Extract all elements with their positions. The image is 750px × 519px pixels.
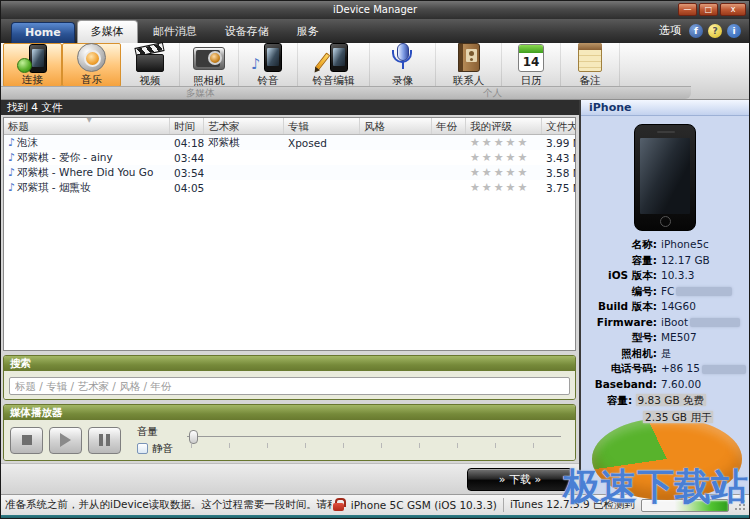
calendar-icon: 14 [513, 43, 549, 74]
stop-icon [22, 435, 32, 445]
media-player-section: 媒体播放器 音量 静音 [3, 404, 576, 461]
column-header-year[interactable]: 年份 [432, 118, 466, 134]
app-window: iDevice Manager — □ x Home 多媒体 邮件消息 设备存储… [0, 0, 750, 519]
mute-checkbox[interactable] [137, 443, 148, 454]
media-player-title: 媒体播放器 [4, 405, 575, 420]
music-note-icon: ♪ [8, 166, 15, 179]
status-device: iPhone 5C GSM (iOS 10.3.3) [351, 499, 497, 511]
lock-icon [332, 498, 345, 512]
video-button[interactable]: 视频 [121, 43, 180, 87]
tab-multimedia[interactable]: 多媒体 [77, 20, 138, 43]
music-icon [74, 42, 110, 73]
close-button[interactable]: x [720, 3, 746, 16]
connect-button[interactable]: 连接 [3, 43, 62, 87]
ringtone-edit-button[interactable]: 铃音编辑 [298, 43, 370, 87]
footer-strip: » 下载 » [1, 463, 579, 494]
play-icon [60, 433, 71, 447]
connect-icon [15, 44, 51, 73]
column-header-genre[interactable]: 风格 [360, 118, 432, 134]
group-label-media: 多媒体 [186, 86, 215, 99]
redacted-serial [676, 287, 732, 296]
rating-stars[interactable]: ★★★★★ [466, 166, 542, 179]
play-button[interactable] [49, 427, 82, 454]
redacted-firmware [690, 318, 740, 327]
contacts-icon [451, 43, 487, 74]
download-button[interactable]: » 下载 » [467, 468, 573, 491]
table-row[interactable]: ♪泡沫 04:18 邓紫棋 Xposed ★★★★★ 3.99 MB [4, 135, 575, 150]
content-left-column: 找到 4 文件 ▼ 标题 时间 艺术家 专辑 风格 年份 我的评级 文件大小 [1, 100, 579, 494]
capacity-label: 容量: [607, 394, 632, 406]
status-divider [503, 498, 504, 512]
tab-services[interactable]: 服务 [284, 21, 332, 43]
search-section: 搜索 [3, 355, 576, 400]
rating-stars[interactable]: ★★★★★ [466, 136, 542, 149]
rating-stars[interactable]: ★★★★★ [466, 181, 542, 194]
column-header-title[interactable]: ▼ 标题 [4, 118, 170, 134]
music-note-icon: ♪ [8, 181, 15, 194]
slider-ticks [191, 443, 557, 448]
music-file-table: ▼ 标题 时间 艺术家 专辑 风格 年份 我的评级 文件大小 ♪泡沫 04:18… [3, 117, 576, 351]
video-icon [132, 43, 168, 74]
help-icon[interactable]: ? [708, 24, 722, 38]
maximize-button[interactable]: □ [699, 3, 718, 16]
column-header-album[interactable]: 专辑 [284, 118, 360, 134]
calendar-button[interactable]: 14 日历 [502, 43, 561, 87]
group-label-personal: 个人 [483, 86, 502, 99]
window-bottom-edge [1, 515, 749, 519]
rating-stars[interactable]: ★★★★★ [466, 151, 542, 164]
tab-home[interactable]: Home [11, 22, 75, 43]
volume-slider[interactable] [187, 427, 561, 453]
notes-icon [572, 43, 608, 74]
device-details: 名称:iPhone5c 容量:12.17 GB iOS 版本:10.3.3 编号… [581, 237, 749, 392]
camera-button[interactable]: 照相机 [180, 43, 239, 87]
table-empty-area [4, 195, 575, 350]
pause-button[interactable] [88, 427, 121, 454]
slider-thumb[interactable] [189, 430, 198, 444]
status-message: 准备系统之前，并从的iDevice读取数据。这个过程需要一段时间。请稍候... [5, 498, 332, 512]
search-input[interactable] [9, 377, 570, 395]
volume-label: 音量 [137, 425, 173, 439]
music-note-icon: ♪ [8, 136, 15, 149]
sort-icon: ▼ [87, 118, 92, 124]
ribbon-group-strip: 多媒体 个人 [1, 86, 691, 99]
device-panel: iPhone 名称:iPhone5c 容量:12.17 GB iOS 版本:10… [579, 100, 749, 494]
table-row[interactable]: ♪邓紫琪 - 烟熏妆 04:05 ★★★★★ 3.75 MB [4, 180, 575, 195]
camera-icon [191, 43, 227, 74]
music-button[interactable]: 音乐 [62, 43, 121, 87]
pause-icon [99, 434, 110, 446]
device-panel-title: iPhone [581, 100, 749, 116]
table-row[interactable]: ♪邓紫棋 - 爱你 - ainy 03:44 ★★★★★ 3.43 MB [4, 150, 575, 165]
table-row[interactable]: ♪邓紫棋 - Where Did You Go 03:54 ★★★★★ 3.58… [4, 165, 575, 180]
column-header-size[interactable]: 文件大小 [542, 118, 575, 134]
capacity-used: 2.35 GB 用于 [643, 411, 713, 423]
toolbar-ribbon: 连接 音乐 视频 照相机 铃音 铃音编辑 [1, 43, 749, 100]
column-header-artist[interactable]: 艺术家 [204, 118, 284, 134]
mute-label: 静音 [152, 442, 173, 456]
column-header-rating[interactable]: 我的评级 [466, 118, 542, 134]
music-note-icon: ♪ [8, 151, 15, 164]
column-header-time[interactable]: 时间 [170, 118, 204, 134]
window-title: iDevice Manager [333, 4, 417, 15]
slider-track [187, 436, 561, 437]
facebook-icon[interactable]: f [689, 24, 703, 38]
capacity-free: 9.83 GB 免费 [636, 394, 706, 406]
tab-device-storage[interactable]: 设备存储 [212, 21, 282, 43]
site-watermark: 极速下载站 [563, 462, 748, 512]
stop-button[interactable] [10, 427, 43, 454]
ringtone-icon [250, 43, 286, 74]
minimize-button[interactable]: — [678, 3, 697, 16]
results-count-bar: 找到 4 文件 [1, 100, 579, 115]
search-section-title: 搜索 [4, 356, 575, 371]
ringtone-button[interactable]: 铃音 [239, 43, 298, 87]
options-link[interactable]: 选项 [659, 23, 681, 38]
table-header: ▼ 标题 时间 艺术家 专辑 风格 年份 我的评级 文件大小 [4, 118, 575, 135]
notes-button[interactable]: 备注 [561, 43, 620, 87]
record-button[interactable]: 录像 [370, 43, 436, 87]
redacted-phone-number [702, 365, 746, 374]
tab-mail-messages[interactable]: 邮件消息 [140, 21, 210, 43]
record-icon [385, 43, 421, 74]
contacts-button[interactable]: 联系人 [436, 43, 502, 87]
title-bar: iDevice Manager — □ x [1, 1, 749, 19]
menu-tab-bar: Home 多媒体 邮件消息 设备存储 服务 选项 f ? i [1, 19, 749, 43]
info-icon[interactable]: i [727, 24, 741, 38]
